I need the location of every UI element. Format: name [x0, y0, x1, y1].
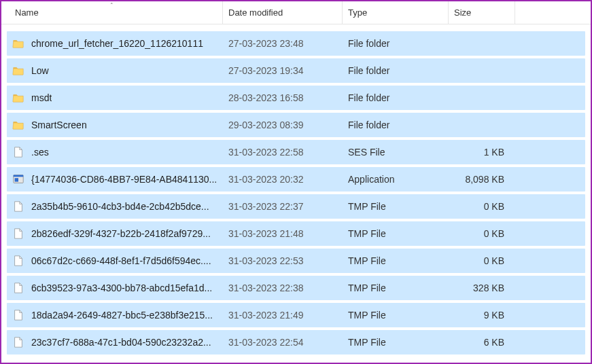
- cell-name: .ses: [7, 146, 223, 158]
- file-row[interactable]: .ses31-03-2023 22:58SES File1 KB: [7, 140, 585, 164]
- cell-type: TMP File: [343, 201, 449, 212]
- file-name-label: 2a35b4b5-9610-4cb3-bd4e-2cb42b5dce...: [31, 201, 209, 212]
- cell-type: TMP File: [343, 228, 449, 239]
- cell-type: File folder: [343, 38, 449, 49]
- cell-type: SES File: [343, 147, 449, 158]
- file-row[interactable]: 2b826edf-329f-4327-b22b-2418f2af9729...3…: [7, 221, 585, 246]
- cell-type: File folder: [343, 65, 449, 76]
- file-row[interactable]: 6cb39523-97a3-4300-bb78-abcd15efa1d...31…: [7, 276, 585, 300]
- column-header-size-label: Size: [454, 7, 471, 18]
- cell-name: 18da2a94-2649-4827-bbc5-e238bf3e215...: [7, 309, 223, 321]
- column-header-date-label: Date modified: [228, 7, 283, 18]
- file-name-label: SmartScreen: [31, 120, 87, 130]
- cell-type: TMP File: [343, 310, 449, 321]
- sort-asc-icon: ˄: [110, 2, 114, 9]
- cell-name: Low: [7, 65, 223, 77]
- column-header-type[interactable]: Type: [343, 1, 449, 24]
- file-icon: [12, 228, 24, 240]
- cell-size: 0 KB: [449, 228, 510, 239]
- cell-type: File folder: [343, 120, 449, 130]
- file-row[interactable]: 2a35b4b5-9610-4cb3-bd4e-2cb42b5dce...31-…: [7, 194, 585, 219]
- folder-icon: [12, 119, 24, 131]
- file-icon: [12, 336, 24, 348]
- file-name-label: 23c37cf7-688a-47c1-bd04-590c23232a2...: [31, 337, 211, 348]
- cell-size: 6 KB: [449, 337, 510, 348]
- file-name-label: {14774036-CD86-4BB7-9E84-AB4841130...: [31, 174, 217, 185]
- cell-date: 27-03-2023 23:48: [223, 38, 343, 49]
- file-icon: [12, 282, 24, 294]
- file-row[interactable]: 06c67d2c-c669-448f-8ef1-f7d5d6f594ec....…: [7, 249, 585, 273]
- file-list: chrome_url_fetcher_16220_112621011127-03…: [1, 24, 591, 363]
- cell-name: {14774036-CD86-4BB7-9E84-AB4841130...: [7, 173, 223, 185]
- cell-name: 2b826edf-329f-4327-b22b-2418f2af9729...: [7, 228, 223, 240]
- column-header-row: Name ˄ Date modified Type Size: [1, 1, 591, 24]
- file-row[interactable]: 18da2a94-2649-4827-bbc5-e238bf3e215...31…: [7, 303, 585, 327]
- cell-size: 0 KB: [449, 255, 510, 266]
- file-icon: [12, 200, 24, 213]
- cell-date: 31-03-2023 22:53: [223, 255, 343, 266]
- file-row[interactable]: 23c37cf7-688a-47c1-bd04-590c23232a2...31…: [7, 330, 585, 354]
- folder-icon: [12, 65, 24, 77]
- folder-icon: [12, 37, 24, 50]
- file-icon: [12, 255, 24, 267]
- file-row[interactable]: chrome_url_fetcher_16220_112621011127-03…: [7, 31, 585, 56]
- file-name-label: 06c67d2c-c669-448f-8ef1-f7d5d6f594ec....: [31, 255, 211, 266]
- file-name-label: Low: [31, 65, 49, 76]
- column-header-name[interactable]: Name ˄: [1, 1, 223, 24]
- file-name-label: 18da2a94-2649-4827-bbc5-e238bf3e215...: [31, 310, 213, 321]
- file-name-label: chrome_url_fetcher_16220_1126210111: [31, 38, 203, 49]
- column-header-date[interactable]: Date modified: [223, 1, 343, 24]
- cell-type: TMP File: [343, 255, 449, 266]
- cell-type: Application: [343, 174, 449, 185]
- cell-size: 0 KB: [449, 201, 510, 212]
- file-row[interactable]: SmartScreen29-03-2023 08:39File folder: [7, 113, 585, 137]
- cell-size: 1 KB: [449, 147, 510, 158]
- cell-type: TMP File: [343, 337, 449, 348]
- file-name-label: 2b826edf-329f-4327-b22b-2418f2af9729...: [31, 228, 211, 239]
- cell-date: 31-03-2023 20:32: [223, 174, 343, 185]
- column-header-name-label: Name: [15, 7, 39, 18]
- cell-date: 31-03-2023 22:54: [223, 337, 343, 348]
- file-explorer-window: Name ˄ Date modified Type Size chrome_ur…: [0, 0, 592, 364]
- cell-date: 31-03-2023 22:58: [223, 147, 343, 158]
- cell-date: 31-03-2023 22:38: [223, 283, 343, 293]
- cell-type: File folder: [343, 92, 449, 103]
- cell-date: 31-03-2023 21:48: [223, 228, 343, 239]
- file-row[interactable]: {14774036-CD86-4BB7-9E84-AB4841130...31-…: [7, 167, 585, 192]
- cell-date: 31-03-2023 22:37: [223, 201, 343, 212]
- cell-name: 2a35b4b5-9610-4cb3-bd4e-2cb42b5dce...: [7, 200, 223, 213]
- file-row[interactable]: Low27-03-2023 19:34File folder: [7, 58, 585, 83]
- file-name-label: .ses: [31, 147, 49, 158]
- folder-icon: [12, 92, 24, 104]
- cell-date: 31-03-2023 21:49: [223, 310, 343, 321]
- file-icon: [12, 309, 24, 321]
- column-header-type-label: Type: [348, 7, 367, 18]
- cell-name: SmartScreen: [7, 119, 223, 131]
- column-header-size[interactable]: Size: [449, 1, 515, 24]
- cell-size: 8,098 KB: [449, 174, 510, 185]
- cell-date: 29-03-2023 08:39: [223, 120, 343, 130]
- cell-name: 23c37cf7-688a-47c1-bd04-590c23232a2...: [7, 336, 223, 348]
- cell-size: 9 KB: [449, 310, 510, 321]
- cell-type: TMP File: [343, 283, 449, 293]
- file-name-label: 6cb39523-97a3-4300-bb78-abcd15efa1d...: [31, 283, 212, 293]
- cell-name: chrome_url_fetcher_16220_1126210111: [7, 37, 223, 50]
- cell-name: msdt: [7, 92, 223, 104]
- file-name-label: msdt: [31, 92, 52, 103]
- cell-name: 6cb39523-97a3-4300-bb78-abcd15efa1d...: [7, 282, 223, 294]
- file-row[interactable]: msdt28-03-2023 16:58File folder: [7, 86, 585, 110]
- cell-name: 06c67d2c-c669-448f-8ef1-f7d5d6f594ec....: [7, 255, 223, 267]
- cell-size: 328 KB: [449, 283, 510, 293]
- cell-date: 28-03-2023 16:58: [223, 92, 343, 103]
- file-icon: [12, 146, 24, 158]
- cell-date: 27-03-2023 19:34: [223, 65, 343, 76]
- app-icon: [12, 173, 24, 185]
